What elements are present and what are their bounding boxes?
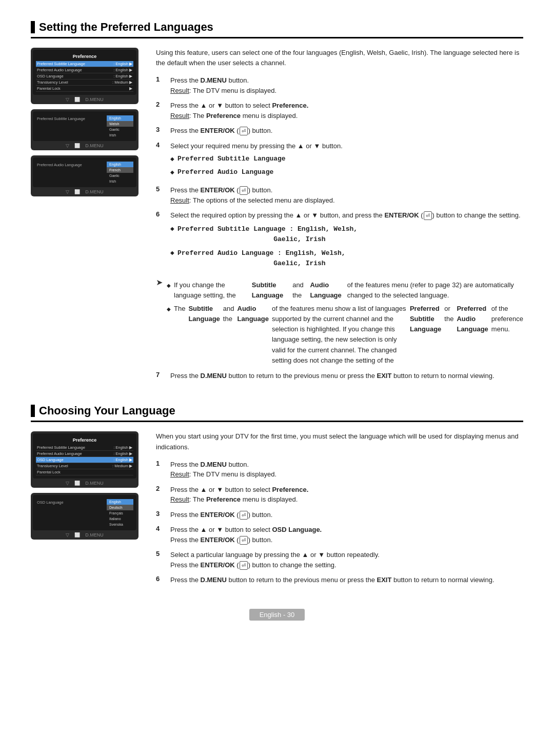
tv2-2-dd-item-1: Deutsch: [107, 505, 133, 510]
step2-4: 4 Press the ▲ or ▼ button to select OSD …: [156, 525, 523, 545]
tv2-1-item-0: Preferred Subtitle Language: English ▶: [36, 445, 133, 451]
tv2-2-dd-item-3: Italiano: [107, 516, 133, 522]
tv2-dd-item-1: Welsh: [107, 121, 133, 127]
step2-1: 1 Press the D.MENU button. Result: The D…: [156, 460, 523, 480]
section-choosing-language: Choosing Your Language Preference Prefer…: [31, 404, 523, 590]
tv1-item-4: Parental Lock▶: [36, 86, 133, 92]
tv2-1-item-3: Transluency Level: Medium ▶: [36, 463, 133, 469]
tv1-item-2: OSD Language: English ▶: [36, 73, 133, 79]
tv2-1-item-1: Preferred Audio Language: English ▶: [36, 451, 133, 457]
bullet-audio-options: Preferred Audio Language : English, Wels…: [170, 248, 521, 269]
note1-bullet: If you change the language setting, the …: [167, 280, 523, 301]
step2-5: 5 Select a particular language by pressi…: [156, 550, 523, 570]
step1-6: 6 Select the required option by pressing…: [156, 210, 523, 272]
tv2-dd-item-2: Gaelic: [107, 127, 133, 132]
step2-3: 3 Press the ENTER/OK (⏎) button.: [156, 510, 523, 520]
note2-bullet: The Subtitle Language and the Audio Lang…: [167, 304, 523, 366]
tv2-btn-ok: ⬜: [74, 143, 80, 148]
section2-intro: When you start using your DTV for the fi…: [156, 431, 523, 452]
tv2-screen-2: OSD Language English Deutsch Français It…: [31, 493, 138, 540]
tv2-2-dd-item-0: English: [107, 499, 133, 505]
section2-title: Choosing Your Language: [31, 404, 523, 422]
bullet-subtitle-lang: Preferred Subtitle Language: [170, 154, 343, 164]
tv-screen-3: Preferred Audio Language English French …: [31, 155, 138, 196]
tv-screen-1: Preference Preferred Subtitle Language: …: [31, 48, 138, 104]
section1-content: Using this feature, users can select one…: [156, 48, 523, 386]
tv1-item-0: Preferred Subtitle Language: English ▶: [36, 61, 133, 67]
tv2-2-btn-ok: ⬜: [74, 532, 80, 538]
tv3-btn-menu: ▽: [66, 189, 69, 194]
tv2-1-btn-ok: ⬜: [74, 481, 80, 486]
tv1-item-1: Preferred Audio Language: English ▶: [36, 67, 133, 73]
step1-5: 5 Press the ENTER/OK (⏎) button. Result:…: [156, 185, 523, 205]
step1-7: 7 Press the D.MENU button to return to t…: [156, 371, 523, 381]
tv3-dd-item-1: French: [107, 167, 133, 173]
step1-3: 3 Press the ENTER/OK (⏎) button.: [156, 126, 523, 136]
tv2-1-item-4: Parental Lock: [36, 469, 133, 475]
section1-notes: ➤ If you change the language setting, th…: [156, 277, 523, 366]
bullet-subtitle-options: Preferred Subtitle Language : English, W…: [170, 224, 521, 245]
section1-title-text: Setting the Preferred Languages: [39, 21, 213, 34]
tv2-1-btn-dmenu: D.MENU: [85, 481, 104, 486]
section2-content: When you start using your DTV for the fi…: [156, 431, 523, 590]
tv2-btn-dmenu: D.MENU: [85, 143, 104, 148]
tv2-dd-item-3: Irish: [107, 132, 133, 138]
tv2-screen-1: Preference Preferred Subtitle Language: …: [31, 431, 138, 488]
section1-intro: Using this feature, users can select one…: [156, 48, 523, 68]
section1-screenshots: Preference Preferred Subtitle Language: …: [31, 48, 144, 386]
step1-4: 4 Select your required menu by pressing …: [156, 141, 523, 181]
page-footer: English - 30: [31, 609, 523, 621]
tv2-1-title: Preference: [36, 437, 133, 443]
tv2-btn-menu: ▽: [66, 143, 69, 148]
tv2-2-dd-item-2: Français: [107, 510, 133, 516]
tv2-2-btn-menu: ▽: [66, 532, 69, 538]
step2-2: 2 Press the ▲ or ▼ button to select Pref…: [156, 485, 523, 505]
section2-title-text: Choosing Your Language: [39, 404, 175, 417]
tv2-2-dd-item-4: Svenska: [107, 522, 133, 527]
tv3-btn-ok: ⬜: [74, 189, 80, 194]
tv3-btn-dmenu: D.MENU: [85, 189, 104, 194]
tv-screen-2: Preferred Subtitle Language English Wels…: [31, 109, 138, 150]
bullet-audio-lang: Preferred Audio Language: [170, 167, 343, 177]
section2-screenshots: Preference Preferred Subtitle Language: …: [31, 431, 144, 590]
tv1-title: Preference: [36, 54, 133, 59]
tv2-dd-item-0: English: [107, 115, 133, 121]
step2-6: 6 Press the D.MENU button to return to t…: [156, 575, 523, 585]
tv1-btn-dmenu: D.MENU: [85, 97, 104, 102]
step1-2: 2 Press the ▲ or ▼ button to select Pref…: [156, 101, 523, 121]
tv2-2-btn-dmenu: D.MENU: [85, 532, 104, 538]
tv1-item-3: Transluency Level: Medium ▶: [36, 79, 133, 86]
section-preferred-languages: Setting the Preferred Languages Preferen…: [31, 21, 523, 386]
tv3-dd-item-0: English: [107, 162, 133, 167]
tv2-1-btn-menu: ▽: [66, 481, 69, 486]
tv3-dd-item-2: Gaelic: [107, 173, 133, 178]
tv2-1-item-2: OSD Language: English ▶: [36, 457, 133, 463]
tv1-btn-menu: ▽: [66, 97, 69, 102]
section1-title: Setting the Preferred Languages: [31, 21, 523, 38]
tv3-dd-item-3: Irish: [107, 178, 133, 184]
footer-badge: English - 30: [249, 609, 305, 621]
step1-1: 1 Press the D.MENU button. Result: The D…: [156, 75, 523, 95]
tv1-btn-ok: ⬜: [74, 97, 80, 102]
